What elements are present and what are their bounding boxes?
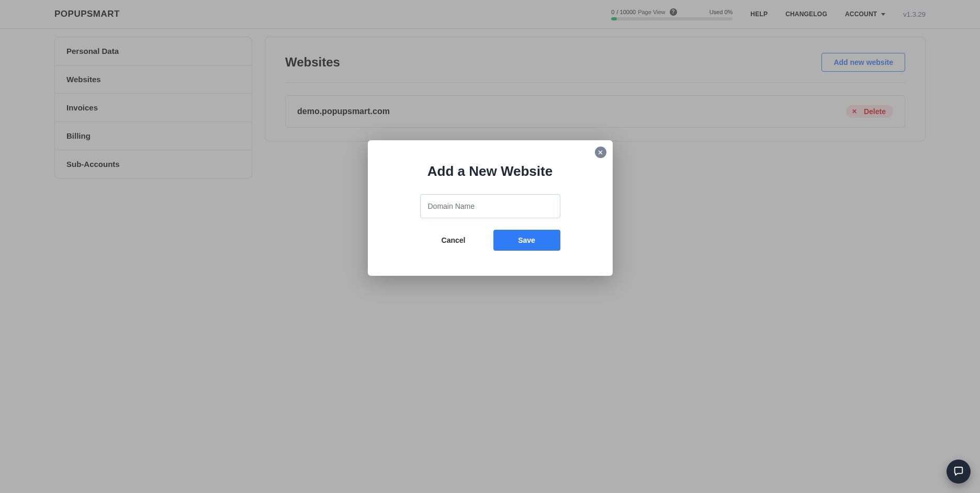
cancel-button[interactable]: Cancel (420, 230, 487, 251)
chat-widget-button[interactable] (947, 460, 971, 484)
modal-overlay[interactable]: ✕ Add a New Website Cancel Save (0, 0, 980, 493)
chat-icon (953, 466, 964, 477)
add-website-modal: ✕ Add a New Website Cancel Save (368, 140, 613, 276)
modal-title: Add a New Website (427, 163, 553, 180)
close-icon: ✕ (598, 149, 603, 156)
domain-name-input[interactable] (420, 194, 560, 218)
modal-close-button[interactable]: ✕ (595, 147, 606, 158)
save-button[interactable]: Save (493, 230, 560, 251)
